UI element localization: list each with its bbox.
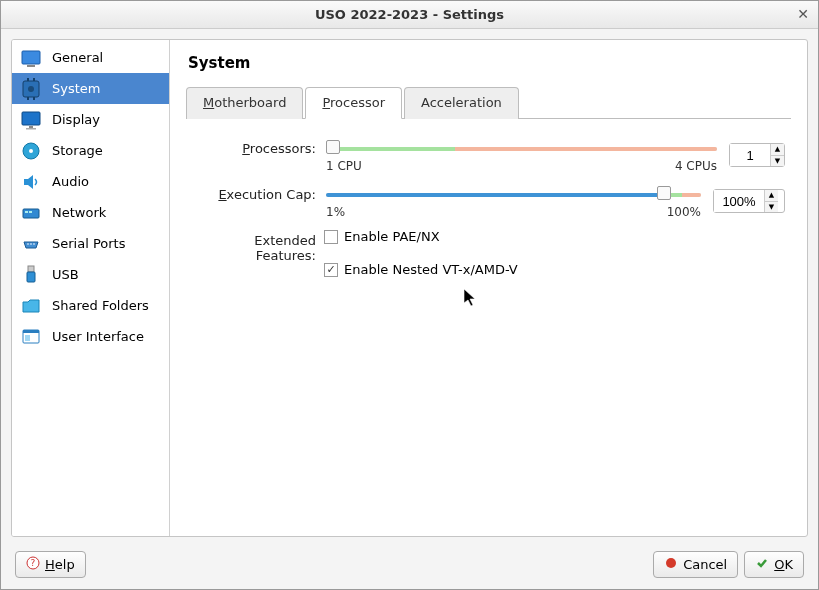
- processors-spinbox[interactable]: ▲▼: [729, 143, 785, 167]
- content: System Motherboard Processor Acceleratio…: [170, 40, 807, 536]
- system-icon: [20, 78, 42, 100]
- svg-rect-10: [26, 128, 36, 130]
- svg-rect-0: [22, 51, 40, 64]
- svg-rect-6: [27, 97, 29, 100]
- titlebar: USO 2022-2023 - Settings ✕: [1, 1, 818, 29]
- sidebar-item-label: Network: [52, 205, 161, 220]
- processors-spin-up-icon[interactable]: ▲: [771, 144, 784, 156]
- row-processors: Processors: 1 CPU: [192, 137, 785, 173]
- svg-point-26: [666, 558, 676, 568]
- window-title: USO 2022-2023 - Settings: [1, 7, 818, 22]
- general-icon: [20, 47, 42, 69]
- svg-rect-5: [33, 78, 35, 81]
- checkbox-pae-nx[interactable]: Enable PAE/NX: [324, 229, 440, 244]
- sidebar-item-audio[interactable]: Audio: [12, 166, 169, 197]
- extended-features-label: Extended Features:: [192, 229, 324, 263]
- svg-point-18: [33, 243, 35, 245]
- svg-rect-4: [27, 78, 29, 81]
- svg-rect-8: [22, 112, 40, 125]
- svg-rect-1: [27, 65, 35, 67]
- execution-cap-min-label: 1%: [326, 205, 345, 219]
- page-title: System: [188, 54, 791, 72]
- svg-rect-13: [23, 209, 39, 218]
- sidebar-item-label: Storage: [52, 143, 161, 158]
- checkbox-nested-vtx[interactable]: ✓ Enable Nested VT-x/AMD-V: [324, 262, 518, 277]
- svg-point-16: [27, 243, 29, 245]
- sidebar-item-label: General: [52, 50, 161, 65]
- svg-rect-20: [27, 272, 35, 282]
- ok-icon: [755, 556, 769, 573]
- cancel-button[interactable]: Cancel: [653, 551, 738, 578]
- svg-text:?: ?: [31, 558, 36, 568]
- row-extended-features: Extended Features: Enable PAE/NX ✓ Enabl…: [192, 229, 785, 285]
- sidebar-item-label: USB: [52, 267, 161, 282]
- user-interface-icon: [20, 326, 42, 348]
- ok-button[interactable]: OK: [744, 551, 804, 578]
- processors-min-label: 1 CPU: [326, 159, 362, 173]
- execution-cap-spinbox[interactable]: ▲▼: [713, 189, 785, 213]
- svg-point-12: [29, 149, 33, 153]
- svg-point-3: [28, 86, 34, 92]
- settings-window: USO 2022-2023 - Settings ✕ General Syste…: [0, 0, 819, 590]
- body: General System Display Storage: [11, 39, 808, 537]
- execution-cap-label: Execution Cap:: [192, 183, 324, 202]
- serial-ports-icon: [20, 233, 42, 255]
- tabs: Motherboard Processor Acceleration: [186, 86, 791, 119]
- row-execution-cap: Execution Cap:: [192, 183, 785, 219]
- processors-max-label: 4 CPUs: [675, 159, 717, 173]
- help-button[interactable]: ? Help: [15, 551, 86, 578]
- sidebar-item-usb[interactable]: USB: [12, 259, 169, 290]
- processors-slider-thumb[interactable]: [326, 140, 340, 154]
- tab-processor[interactable]: Processor: [305, 87, 402, 119]
- execution-cap-input[interactable]: [714, 190, 764, 212]
- sidebar-item-label: System: [52, 81, 161, 96]
- execution-cap-spin-down-icon[interactable]: ▼: [765, 202, 778, 213]
- sidebar-item-label: User Interface: [52, 329, 161, 344]
- sidebar-item-system[interactable]: System: [12, 73, 169, 104]
- sidebar-item-user-interface[interactable]: User Interface: [12, 321, 169, 352]
- sidebar: General System Display Storage: [12, 40, 170, 536]
- sidebar-item-label: Display: [52, 112, 161, 127]
- sidebar-item-shared-folders[interactable]: Shared Folders: [12, 290, 169, 321]
- sidebar-item-serial-ports[interactable]: Serial Ports: [12, 228, 169, 259]
- svg-rect-14: [25, 211, 28, 213]
- svg-rect-15: [29, 211, 32, 213]
- checkbox-icon[interactable]: ✓: [324, 263, 338, 277]
- processors-spin-down-icon[interactable]: ▼: [771, 156, 784, 167]
- sidebar-item-display[interactable]: Display: [12, 104, 169, 135]
- svg-rect-9: [29, 126, 33, 128]
- display-icon: [20, 109, 42, 131]
- network-icon: [20, 202, 42, 224]
- tab-processor-body: Processors: 1 CPU: [186, 119, 791, 301]
- tab-motherboard[interactable]: Motherboard: [186, 87, 303, 119]
- storage-icon: [20, 140, 42, 162]
- sidebar-item-general[interactable]: General: [12, 42, 169, 73]
- cancel-icon: [664, 556, 678, 573]
- execution-cap-max-label: 100%: [667, 205, 701, 219]
- tab-acceleration[interactable]: Acceleration: [404, 87, 519, 119]
- svg-rect-19: [28, 266, 34, 272]
- processors-input[interactable]: [730, 144, 770, 166]
- footer: ? Help Cancel OK: [1, 547, 818, 589]
- svg-rect-7: [33, 97, 35, 100]
- execution-cap-spin-up-icon[interactable]: ▲: [765, 190, 778, 202]
- execution-cap-slider-thumb[interactable]: [657, 186, 671, 200]
- sidebar-item-label: Audio: [52, 174, 161, 189]
- svg-point-17: [30, 243, 32, 245]
- sidebar-item-label: Shared Folders: [52, 298, 161, 313]
- help-icon: ?: [26, 556, 40, 573]
- close-icon[interactable]: ✕: [794, 5, 812, 23]
- svg-rect-22: [23, 330, 39, 333]
- svg-rect-23: [25, 335, 30, 341]
- sidebar-item-network[interactable]: Network: [12, 197, 169, 228]
- execution-cap-slider[interactable]: [326, 189, 701, 199]
- usb-icon: [20, 264, 42, 286]
- checkbox-icon[interactable]: [324, 230, 338, 244]
- sidebar-item-storage[interactable]: Storage: [12, 135, 169, 166]
- shared-folders-icon: [20, 295, 42, 317]
- audio-icon: [20, 171, 42, 193]
- processors-slider[interactable]: [326, 143, 717, 153]
- sidebar-item-label: Serial Ports: [52, 236, 161, 251]
- processors-label: Processors:: [192, 137, 324, 156]
